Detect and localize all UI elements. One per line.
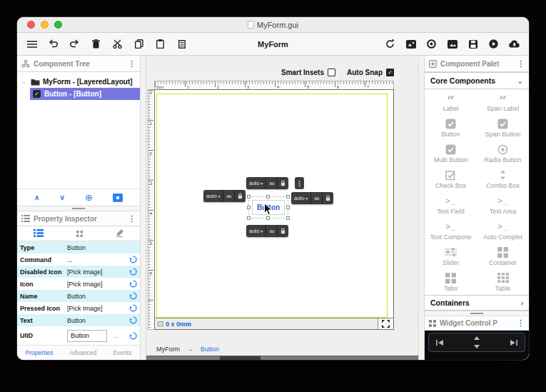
revert-icon[interactable]: [129, 280, 137, 288]
infinity-icon[interactable]: ∞: [226, 193, 231, 200]
palette-item-multi-button[interactable]: Multi Button: [425, 141, 477, 166]
breadcrumb-root[interactable]: MyForm: [156, 346, 180, 353]
revert-icon[interactable]: [129, 292, 137, 300]
tab-properties-list[interactable]: [34, 227, 44, 240]
auto-snap-toggle[interactable]: Auto Snap ✓: [347, 69, 394, 76]
palette-item-combo-box[interactable]: Combo Box: [477, 166, 529, 192]
tab-properties[interactable]: Properties: [26, 349, 54, 356]
panel-resize-handle[interactable]: [425, 311, 529, 316]
revert-icon[interactable]: [129, 316, 137, 324]
resize-handle[interactable]: [247, 195, 251, 198]
right-splitter[interactable]: [418, 56, 425, 360]
infinity-icon[interactable]: ∞: [314, 195, 319, 202]
tab-style-paint[interactable]: [116, 227, 123, 240]
property-row-disabled-icon[interactable]: Disabled Icon [Pick Image]: [17, 266, 140, 278]
delete-icon[interactable]: [90, 38, 102, 50]
widget-menu-icon[interactable]: ⋮: [517, 319, 525, 327]
dropdown-caret-icon[interactable]: ▾: [261, 229, 263, 233]
save-icon[interactable]: [467, 38, 479, 50]
lock-icon[interactable]: [234, 190, 246, 202]
smart-insets-toggle[interactable]: Smart Insets: [281, 69, 335, 76]
palette-item-button[interactable]: Button: [425, 115, 477, 141]
inspector-menu-icon[interactable]: ⋮: [128, 215, 136, 223]
palette-item-text-component[interactable]: >_ Text Compone: [425, 218, 477, 243]
resize-handle[interactable]: [286, 206, 290, 209]
auto-snap-checkbox[interactable]: ✓: [386, 69, 394, 76]
palette-item-span-label[interactable]: “ Span Label: [477, 89, 529, 115]
dropdown-caret-icon[interactable]: ▾: [261, 181, 263, 186]
resize-handle[interactable]: [247, 216, 251, 220]
palette-item-tabs[interactable]: Tabs: [425, 269, 477, 295]
palette-item-auto-complete[interactable]: >_ Auto Complet: [477, 218, 529, 243]
infinity-icon[interactable]: ∞: [269, 228, 274, 235]
cut-icon[interactable]: [111, 38, 123, 50]
bottom-inset-stepper[interactable]: auto▾ ∞: [246, 225, 288, 237]
resize-handle[interactable]: [266, 195, 270, 198]
top-inset-stepper[interactable]: auto▾ ∞: [246, 177, 288, 189]
palette-item-table[interactable]: Table: [477, 269, 529, 295]
component-menu-button[interactable]: ⋮: [295, 177, 304, 189]
infinity-icon[interactable]: ∞: [269, 180, 274, 187]
focus-button[interactable]: [113, 194, 123, 202]
tree-node-root[interactable]: - MyForm - [LayeredLayout]: [17, 76, 140, 87]
property-row-name[interactable]: Name Button: [17, 290, 140, 302]
left-inset-stepper[interactable]: auto▾ ∞: [203, 190, 246, 202]
resize-handle[interactable]: [247, 206, 251, 209]
document-list-icon[interactable]: [176, 38, 188, 50]
property-row-icon[interactable]: Icon [Pick Image]: [17, 278, 140, 290]
dropdown-caret-icon[interactable]: ▾: [306, 196, 308, 201]
palette-item-slider[interactable]: Slider: [425, 243, 477, 269]
tab-advanced[interactable]: Advanced: [69, 349, 96, 356]
resize-handle[interactable]: [286, 195, 290, 198]
form-canvas[interactable]: auto▾ ∞ ⋮ auto▾ ∞ auto▾: [155, 90, 393, 318]
revert-icon[interactable]: [129, 332, 137, 340]
tree-node-selected[interactable]: ✓ Button - [Button]: [30, 88, 140, 100]
record-icon[interactable]: [425, 38, 438, 50]
uiid-more-button[interactable]: ...: [113, 332, 118, 339]
left-splitter[interactable]: [140, 56, 146, 360]
step-up-icon[interactable]: [474, 336, 480, 340]
revert-icon[interactable]: [129, 256, 137, 263]
property-row-type[interactable]: Type Button: [17, 241, 140, 253]
revert-icon[interactable]: [129, 304, 137, 312]
image-icon[interactable]: [446, 38, 458, 50]
revert-icon[interactable]: [129, 268, 137, 276]
tree-menu-icon[interactable]: ⋮: [128, 60, 136, 68]
palette-item-text-field[interactable]: >_ Text Field: [425, 192, 477, 218]
horizontal-scrollbar[interactable]: [146, 356, 418, 360]
palette-item-span-button[interactable]: Span Button: [477, 115, 529, 141]
collapse-toggle[interactable]: -: [23, 79, 28, 86]
property-row-pressed-icon[interactable]: Pressed Icon [Pick Image]: [17, 302, 140, 314]
palette-menu-icon[interactable]: ⋮: [517, 60, 525, 68]
tab-events[interactable]: Events: [113, 349, 131, 356]
play-icon[interactable]: [487, 38, 500, 50]
lock-icon[interactable]: [277, 225, 288, 237]
resize-handle[interactable]: [286, 216, 290, 220]
dropdown-caret-icon[interactable]: ▾: [218, 194, 221, 198]
copy-icon[interactable]: [133, 38, 145, 50]
palette-item-check-box[interactable]: Check Box: [425, 166, 477, 192]
palette-item-text-area[interactable]: >_ Text Area: [477, 192, 529, 218]
property-row-uiid[interactable]: UIID ...: [17, 326, 140, 345]
resize-handle[interactable]: [266, 216, 270, 220]
menu-icon[interactable]: [26, 38, 38, 50]
right-inset-stepper[interactable]: auto▾ ∞: [291, 192, 333, 204]
uiid-input[interactable]: [67, 330, 107, 342]
lock-icon[interactable]: [322, 192, 333, 204]
step-down-icon[interactable]: [474, 345, 480, 348]
lock-icon[interactable]: [277, 177, 288, 189]
property-row-command[interactable]: Command ...: [17, 253, 140, 266]
upload-icon[interactable]: [508, 38, 520, 50]
palette-item-container[interactable]: Container: [477, 243, 529, 269]
smart-insets-checkbox[interactable]: [328, 69, 335, 76]
property-row-text[interactable]: Text Button: [17, 314, 140, 326]
core-components-accordion[interactable]: Core Components ⌄: [425, 72, 529, 89]
redo-icon[interactable]: [69, 38, 81, 50]
move-down-button[interactable]: ∨: [59, 194, 64, 201]
canvas-button-component[interactable]: Button: [252, 200, 285, 215]
skip-end-icon[interactable]: [510, 340, 517, 346]
refresh-icon[interactable]: [384, 38, 396, 50]
palette-item-label[interactable]: “ Label: [425, 89, 477, 115]
containers-accordion[interactable]: Containers ›: [425, 295, 529, 311]
expand-canvas-button[interactable]: [378, 318, 393, 329]
